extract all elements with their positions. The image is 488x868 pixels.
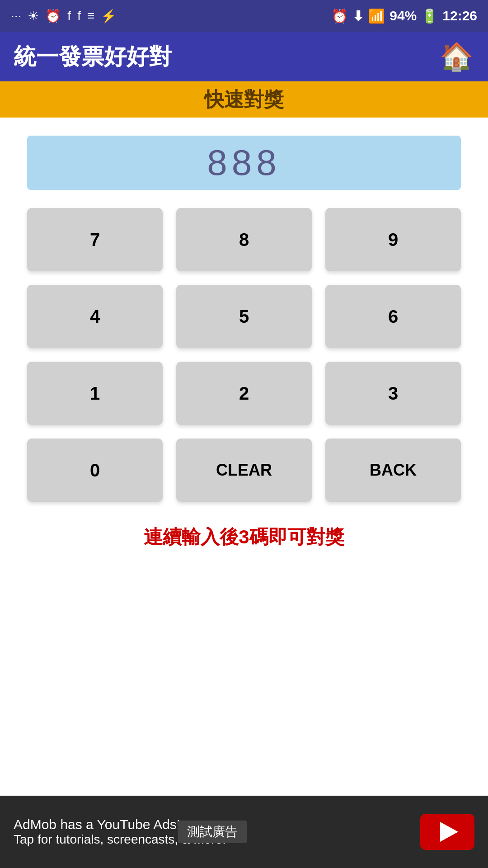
key-back[interactable]: BACK	[325, 439, 461, 502]
download-icon: ⬇	[352, 8, 364, 24]
key-8[interactable]: 8	[176, 208, 312, 271]
keypad-row-2: 4 5 6	[27, 285, 461, 348]
keypad: 7 8 9 4 5 6 1	[27, 208, 461, 502]
ad-badge: 測試廣告	[178, 821, 247, 843]
signal-icon: 📶	[368, 8, 385, 24]
app-bar: 統一發票好好對 🏠	[0, 32, 488, 81]
app-title: 統一發票好好對	[14, 42, 172, 72]
ad-content: AdMob has a YouTube Ads! Tap for tutoria…	[14, 817, 411, 847]
alarm-icon: ⏰	[45, 9, 61, 24]
youtube-play-icon	[440, 822, 458, 842]
hint-text: 連續輸入後3碼即可對獎	[144, 524, 344, 550]
key-9[interactable]: 9	[325, 208, 461, 271]
facebook-icon-1: f	[67, 9, 71, 23]
key-7[interactable]: 7	[27, 208, 163, 271]
time-display: 12:26	[442, 8, 477, 24]
keypad-row-3: 1 2 3	[27, 362, 461, 425]
key-3[interactable]: 3	[325, 362, 461, 425]
main-content: 888 7 8 9 4 5 6	[0, 118, 488, 796]
notification-dots: ···	[11, 9, 21, 23]
keypad-row-4: 0 CLEAR BACK	[27, 439, 461, 502]
usb-icon: ⚡	[101, 9, 117, 24]
key-0[interactable]: 0	[27, 439, 163, 502]
home-icon: 🏠	[440, 41, 474, 73]
menu-icon: ≡	[87, 9, 94, 23]
key-1[interactable]: 1	[27, 362, 163, 425]
home-button[interactable]: 🏠	[438, 38, 474, 75]
display-value: 888	[207, 142, 281, 184]
number-display: 888	[27, 136, 461, 190]
key-5[interactable]: 5	[176, 285, 312, 348]
key-2[interactable]: 2	[176, 362, 312, 425]
key-6[interactable]: 6	[325, 285, 461, 348]
facebook-icon-2: f	[77, 9, 81, 23]
ad-banner[interactable]: AdMob has a YouTube Ads! Tap for tutoria…	[0, 796, 488, 868]
status-right: ⏰ ⬇ 📶 94% 🔋 12:26	[331, 8, 477, 24]
sub-header-title: 快速對獎	[204, 86, 284, 113]
clock-icon: ⏰	[331, 8, 348, 24]
sub-header: 快速對獎	[0, 81, 488, 118]
keypad-row-1: 7 8 9	[27, 208, 461, 271]
youtube-play-button[interactable]	[420, 814, 474, 850]
weather-icon: ☀	[28, 9, 39, 24]
status-bar: ··· ☀ ⏰ f f ≡ ⚡ ⏰ ⬇ 📶 94% 🔋 12:26	[0, 0, 488, 32]
ad-title-text: AdMob has a YouTube Ads!	[14, 817, 180, 832]
key-clear[interactable]: CLEAR	[176, 439, 312, 502]
battery-icon: 🔋	[421, 8, 438, 24]
status-left: ··· ☀ ⏰ f f ≡ ⚡	[11, 9, 117, 24]
battery-percent: 94%	[389, 8, 417, 24]
key-4[interactable]: 4	[27, 285, 163, 348]
